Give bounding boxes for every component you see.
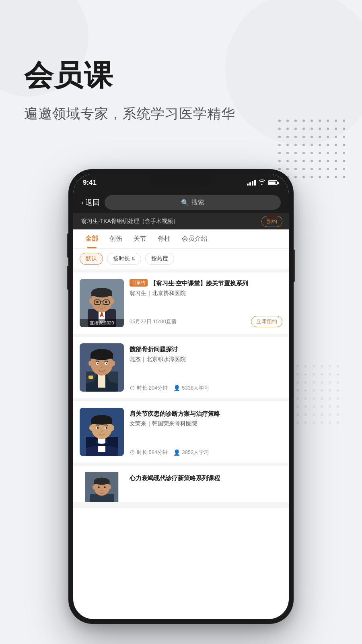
svg-point-60 [327,168,329,170]
svg-point-17 [343,128,345,130]
svg-point-14 [319,128,321,130]
svg-point-172 [110,425,114,431]
thumb-label-1: 直播课.2020 [80,319,124,327]
course-doctor-1: 翁习生｜北京协和医院 [130,290,282,297]
phone-screen: 9:41 [73,174,289,619]
svg-point-91 [329,381,331,384]
filter-popularity[interactable]: 按热度 [145,253,174,265]
course-doctor-2: 危杰｜北京积水潭医院 [130,356,282,363]
filter-duration[interactable]: 按时长 ⇅ [107,253,141,265]
svg-point-142 [96,301,99,303]
svg-point-46 [286,160,289,162]
svg-point-62 [343,168,345,170]
search-icon: 🔍 [181,199,189,206]
svg-point-109 [304,405,307,408]
course-title-2: 髋部骨折问题探讨 [130,345,282,353]
svg-point-53 [343,160,345,162]
svg-rect-153 [90,355,113,359]
svg-point-15 [327,128,329,130]
svg-point-175 [97,427,99,429]
course-info-3: 肩关节疾患的诊断方案与治疗策略 文荣来｜韩国荣来骨科医院 ⏱ 时长:584分钟 … [130,408,282,456]
svg-point-119 [329,413,331,416]
svg-point-155 [111,361,115,366]
svg-point-38 [294,152,297,154]
svg-point-19 [286,136,289,138]
svg-point-66 [302,176,305,178]
svg-point-117 [313,413,315,416]
svg-point-110 [313,405,315,408]
course-card-2[interactable]: 髋部骨折问题探讨 危杰｜北京积水潭医院 ⏱ 时长:204分钟 👤 [73,337,289,398]
svg-point-126 [329,421,331,424]
svg-point-90 [321,381,323,384]
tab-all[interactable]: 全部 [80,229,104,248]
learners-stat-2: 👤 5338人学习 [173,384,209,392]
svg-point-108 [296,405,299,408]
courses-list: 直播课.2020 可预约 【翁习生·空中课堂】膝关节置换系列 翁习生｜北京协和医… [73,269,289,508]
svg-point-50 [319,160,321,162]
content-area: 全部 创伤 关节 脊柱 会员介绍 默认 按时长 ⇅ 按热度 [73,229,289,508]
svg-point-97 [321,389,323,392]
course-card-4[interactable]: 心力衰竭现代诊疗新策略系列课程 [73,466,289,502]
sub-nav-book-button[interactable]: 预约 [261,216,282,227]
course-stats-2: ⏱ 时长:204分钟 👤 5338人学习 [130,384,282,392]
page-title: 会员课 [24,56,235,95]
svg-point-40 [311,152,313,154]
svg-point-47 [294,160,297,162]
course-thumb-2 [80,343,124,392]
svg-point-61 [335,168,337,170]
svg-point-185 [104,486,106,488]
search-box[interactable]: 🔍 搜索 [105,195,281,210]
course-card-3[interactable]: 肩关节疾患的诊断方案与治疗策略 文荣来｜韩国荣来骨科医院 ⏱ 时长:584分钟 … [73,401,289,462]
people-icon-3: 👤 [173,449,180,456]
svg-point-123 [304,421,307,424]
svg-rect-170 [91,420,112,424]
svg-point-44 [343,152,345,154]
course-card-1[interactable]: 直播课.2020 可预约 【翁习生·空中课堂】膝关节置换系列 翁习生｜北京协和医… [73,272,289,334]
filter-bar: 默认 按时长 ⇅ 按热度 [73,249,289,269]
tab-joint[interactable]: 关节 [128,229,152,248]
svg-point-96 [313,389,315,392]
course-title-3: 肩关节疾患的诊断方案与治疗策略 [130,409,282,418]
wifi-icon [258,179,265,186]
filter-default[interactable]: 默认 [80,253,103,265]
back-label: 返回 [85,198,100,207]
svg-point-116 [304,413,307,416]
svg-point-182 [93,485,96,489]
svg-point-85 [337,373,339,376]
sub-nav: 翁习生-TKA骨组织处理（含手术视频） 预约 [73,213,289,229]
svg-point-87 [296,381,299,384]
svg-point-73 [296,365,299,367]
svg-point-37 [286,152,289,154]
status-icons [247,179,278,186]
svg-point-22 [311,136,313,138]
svg-point-101 [296,397,299,400]
svg-point-30 [302,144,305,146]
phone-frame: 9:41 [68,169,294,624]
svg-point-137 [89,298,93,304]
svg-point-0 [278,120,281,122]
course-title-4: 心力衰竭现代诊疗新策略系列课程 [130,474,282,482]
svg-point-26 [343,136,345,138]
svg-point-58 [311,168,313,170]
svg-point-76 [321,365,323,367]
course-info-1: 可预约 【翁习生·空中课堂】膝关节置换系列 翁习生｜北京协和医院 05月22日 … [130,279,282,327]
svg-point-27 [278,144,281,146]
back-button[interactable]: ‹ 返回 [81,198,100,207]
svg-point-7 [335,120,337,122]
tab-trauma[interactable]: 创伤 [104,229,128,248]
svg-point-158 [97,363,99,364]
svg-point-18 [278,136,281,138]
svg-point-25 [335,136,337,138]
svg-point-16 [335,128,337,130]
svg-point-4 [311,120,313,122]
svg-point-95 [304,389,307,392]
tab-spine[interactable]: 脊柱 [152,229,176,248]
svg-point-99 [337,389,339,392]
svg-point-13 [311,128,313,130]
svg-point-124 [313,421,315,424]
svg-point-102 [304,397,307,400]
tab-membership[interactable]: 会员介绍 [176,229,213,248]
svg-point-92 [337,381,339,384]
book-button-1[interactable]: 立即预约 [251,316,282,327]
svg-point-23 [319,136,321,138]
